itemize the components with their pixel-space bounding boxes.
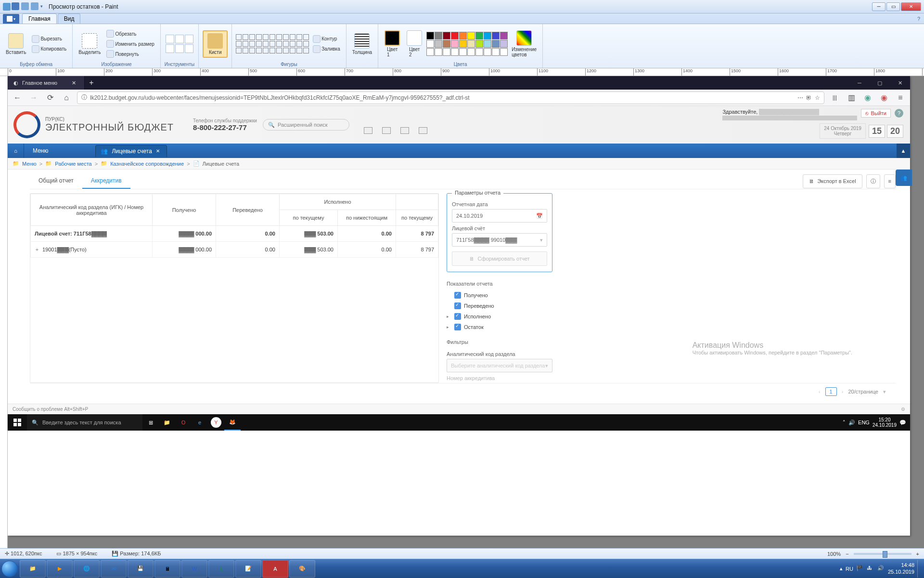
- new-tab-button[interactable]: +: [85, 79, 98, 87]
- paint-canvas[interactable]: ◐ Главное меню ✕ + ─ ▢ ✕ ← → ⟳ ⌂: [8, 76, 910, 536]
- inner-clock[interactable]: 15:20 24.10.2019: [873, 417, 897, 428]
- color-palette[interactable]: [426, 32, 508, 56]
- hdr-ic2[interactable]: [382, 127, 391, 134]
- tab-home[interactable]: Главная: [22, 13, 57, 24]
- file-tab[interactable]: ▾: [3, 14, 19, 24]
- nav-menu-button[interactable]: Меню: [24, 147, 57, 154]
- inner-search-box[interactable]: 🔍Введите здесь текст для поиска: [27, 414, 142, 431]
- inner-taskview-icon[interactable]: ⊞: [142, 414, 159, 431]
- tab-general-report[interactable]: Общий отчет: [30, 173, 82, 189]
- stroke-button[interactable]: Толщина: [350, 32, 374, 56]
- back-button[interactable]: ←: [12, 92, 23, 104]
- hdr-mail-icon[interactable]: [419, 127, 427, 134]
- start-button[interactable]: [0, 559, 19, 578]
- chk-balance[interactable]: ▸Остаток: [447, 322, 552, 332]
- inner-firefox-icon[interactable]: 🦊: [224, 414, 241, 431]
- tb-excel[interactable]: X: [208, 560, 234, 578]
- export-excel-button[interactable]: 🗎Экспорт в Excel: [803, 174, 862, 188]
- inner-yandex-icon[interactable]: Y: [211, 417, 221, 428]
- color1-button[interactable]: Цвет 1: [382, 29, 402, 58]
- forward-button[interactable]: →: [28, 92, 39, 104]
- tab-accreditive[interactable]: Аккредитив: [82, 173, 130, 189]
- nav-tab-accounts[interactable]: 👥 Лицевые счета ✕: [95, 145, 167, 157]
- minimize-button[interactable]: ─: [872, 2, 886, 11]
- menu-button[interactable]: ≡: [895, 92, 906, 104]
- qat-undo-icon[interactable]: [21, 2, 29, 10]
- tracking-icon[interactable]: ⛨: [806, 94, 812, 101]
- paste-button[interactable]: Вставить: [4, 32, 28, 56]
- taskbar-clock[interactable]: 14:48 25.10.2019: [888, 562, 914, 575]
- right-people-icon[interactable]: 👥: [896, 170, 912, 186]
- bc-menu[interactable]: Меню: [22, 161, 37, 167]
- url-more-icon[interactable]: ⋯: [797, 94, 803, 101]
- ext2-icon[interactable]: ◉: [878, 92, 890, 104]
- edit-colors-button[interactable]: Изменение цветов: [510, 29, 539, 58]
- tb-paint[interactable]: 🎨: [289, 560, 315, 578]
- pager-next[interactable]: ›: [842, 389, 844, 394]
- pager-prev[interactable]: ‹: [819, 389, 821, 394]
- picker-tool[interactable]: [175, 44, 184, 53]
- nav-tab-close-icon[interactable]: ✕: [156, 148, 160, 154]
- text-tool[interactable]: [185, 35, 193, 43]
- inner-notif-icon[interactable]: 💬: [899, 420, 906, 426]
- shape-fill[interactable]: Заливка: [311, 44, 342, 54]
- inner-ie-icon[interactable]: e: [192, 414, 208, 431]
- table-row[interactable]: +19001▓▓▓(Пусто)▓▓▓▓ 000.000.00▓▓▓ 503.0…: [31, 242, 438, 258]
- close-button[interactable]: ✕: [901, 2, 921, 11]
- hdr-list-icon[interactable]: [364, 127, 372, 134]
- tb-calc[interactable]: 🖩: [154, 560, 180, 578]
- settings-gear-icon[interactable]: ⚙: [901, 407, 905, 412]
- reload-button[interactable]: ⟳: [44, 92, 56, 104]
- hdr-ic3[interactable]: [400, 127, 409, 134]
- pager-page[interactable]: 1: [825, 387, 837, 396]
- fill-tool[interactable]: [175, 35, 184, 43]
- tray-flag-icon[interactable]: 🏴: [856, 565, 864, 573]
- info-button[interactable]: ⓘ: [866, 174, 880, 188]
- report-date-input[interactable]: 24.10.2019📅: [452, 209, 547, 223]
- resize-button[interactable]: Изменить размер: [104, 39, 156, 49]
- browser-maximize[interactable]: ▢: [870, 76, 890, 90]
- browser-minimize[interactable]: ─: [849, 76, 870, 90]
- tb-notepad[interactable]: 📝: [235, 560, 261, 578]
- home-button[interactable]: ⌂: [61, 92, 72, 104]
- nav-home-icon[interactable]: ⌂: [8, 144, 24, 158]
- eraser-tool[interactable]: [166, 44, 174, 53]
- crop-button[interactable]: Обрезать: [104, 29, 156, 39]
- tab-close-icon[interactable]: ✕: [72, 80, 78, 86]
- address-bar[interactable]: ⓘ lk2012.budget.gov.ru/udu-webcenter/fac…: [77, 92, 824, 104]
- tray-volume-icon[interactable]: 🔊: [877, 565, 885, 573]
- generate-report-button[interactable]: 🗎Сформировать отчет: [452, 251, 547, 266]
- advanced-search[interactable]: 🔍 Расширенный поиск: [263, 119, 349, 131]
- rotate-button[interactable]: Повернуть: [104, 49, 156, 59]
- inner-tray-up-icon[interactable]: ˄: [843, 420, 846, 426]
- maximize-button[interactable]: ▭: [886, 2, 900, 11]
- inner-lang[interactable]: ENG: [858, 420, 870, 425]
- browser-close[interactable]: ✕: [890, 76, 910, 90]
- bc-treasury[interactable]: Казначейское сопровождение: [110, 161, 184, 167]
- chk-executed[interactable]: ▸Исполнено: [447, 311, 552, 322]
- nav-collapse-icon[interactable]: ▲: [897, 144, 910, 158]
- zoom-out-button[interactable]: −: [846, 551, 848, 557]
- tb-explorer[interactable]: 📁: [20, 560, 46, 578]
- tb-chrome[interactable]: 🌐: [74, 560, 100, 578]
- chk-received[interactable]: Получено: [447, 290, 552, 301]
- inner-explorer-icon[interactable]: 📁: [159, 414, 175, 431]
- tab-view[interactable]: Вид: [58, 13, 81, 24]
- cut-button[interactable]: Вырезать: [30, 34, 68, 44]
- pencil-tool[interactable]: [166, 35, 174, 43]
- account-select[interactable]: 711Г58▓▓▓▓ 99010▓▓▓▾: [452, 233, 547, 247]
- table-row[interactable]: Лицевой счет: 711Г58▓▓▓▓▓▓▓▓ 000.000.00▓…: [31, 226, 438, 242]
- select-button[interactable]: Выделить: [77, 32, 103, 56]
- bc-workplaces[interactable]: Рабочие места: [55, 161, 92, 167]
- sidebar-icon[interactable]: ▥: [846, 92, 857, 104]
- bookmark-icon[interactable]: ☆: [815, 94, 820, 101]
- zoom-slider[interactable]: [854, 553, 911, 555]
- tray-up-icon[interactable]: ▴: [840, 565, 843, 572]
- tb-save[interactable]: 💾: [128, 560, 154, 578]
- tray-network-icon[interactable]: 🖧: [867, 565, 874, 573]
- shape-outline[interactable]: Контур: [311, 34, 342, 44]
- qat-save-icon[interactable]: [12, 2, 19, 10]
- brushes-button[interactable]: Кисти: [203, 30, 228, 58]
- ext1-icon[interactable]: ◉: [862, 92, 873, 104]
- zoom-in-button[interactable]: +: [916, 551, 919, 557]
